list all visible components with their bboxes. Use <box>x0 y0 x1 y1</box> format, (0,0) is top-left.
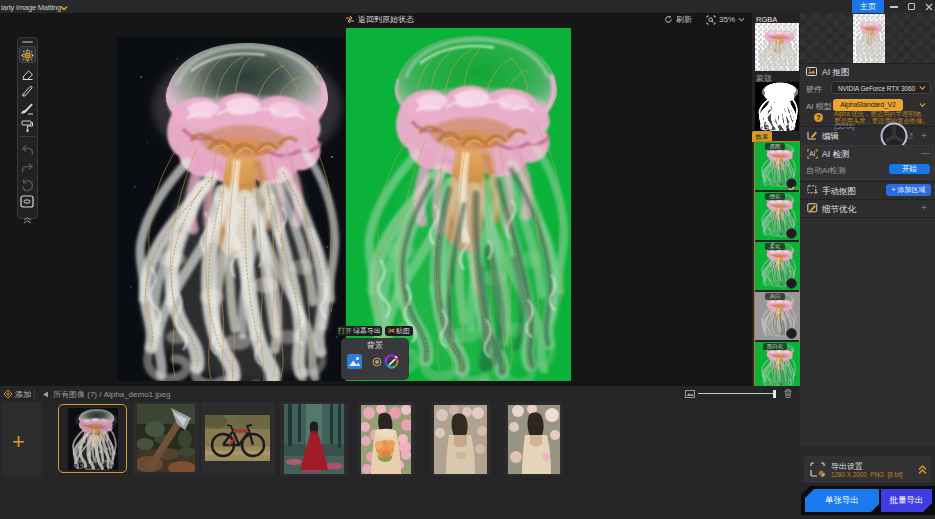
svg-text:AI: AI <box>809 150 815 157</box>
